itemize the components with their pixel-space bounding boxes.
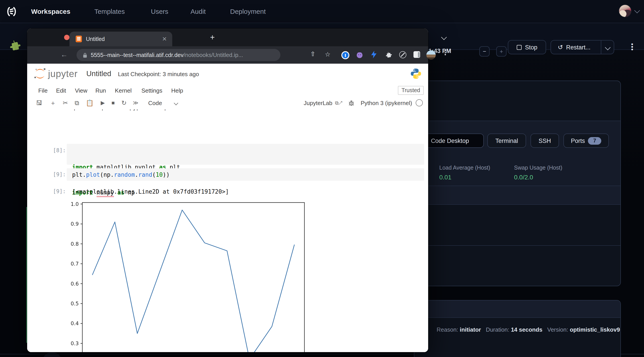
- run-all-icon[interactable]: ≫: [133, 100, 138, 106]
- restart-main[interactable]: ↺ Restart...: [551, 44, 597, 51]
- chevron-down-icon: [604, 44, 610, 50]
- side-panel-icon[interactable]: [414, 51, 420, 58]
- ports-count-badge: 7: [588, 137, 602, 144]
- restart-button[interactable]: ↺ Restart...: [550, 40, 614, 54]
- kebab-menu-icon[interactable]: •••: [629, 43, 636, 51]
- code-desktop-label: Code Desktop: [431, 137, 469, 144]
- cut-cell-icon[interactable]: ✂: [63, 100, 68, 106]
- stat-label: Swap Usage (Host): [514, 165, 562, 171]
- nav-item-deployment[interactable]: Deployment: [230, 8, 266, 15]
- browser-tab[interactable]: Untitled ✕: [70, 32, 172, 46]
- nav-item-workspaces[interactable]: Workspaces: [31, 8, 70, 15]
- ssh-label: SSH: [538, 137, 551, 144]
- external-link-icon: ⧉↗: [335, 100, 342, 105]
- close-window-button[interactable]: [64, 35, 70, 40]
- tab-close-icon[interactable]: ✕: [162, 36, 167, 42]
- extensions-puzzle-icon[interactable]: [385, 51, 392, 58]
- stop-button[interactable]: Stop: [508, 40, 546, 54]
- run-cell-icon[interactable]: ▶: [100, 100, 104, 106]
- workspace-card: [414, 80, 621, 286]
- output-prompt: [9]:: [53, 188, 66, 194]
- menu-edit[interactable]: Edit: [56, 87, 66, 94]
- code-cell-8[interactable]: import matplotlib.pyplot as plt import n…: [67, 144, 424, 165]
- jupyter-wordmark: jupyter: [48, 68, 78, 79]
- stat-load-average: Load Average (Host) 0.01: [439, 165, 490, 181]
- menu-settings[interactable]: Settings: [142, 87, 162, 94]
- kernel-name[interactable]: Python 3 (ipykernel): [361, 100, 412, 106]
- stop-kernel-icon[interactable]: ■: [112, 100, 115, 106]
- duration-label: Duration:: [486, 326, 509, 333]
- back-icon[interactable]: ←: [60, 51, 68, 59]
- python-logo[interactable]: [410, 68, 422, 80]
- reason-label: Reason:: [436, 326, 458, 333]
- stat-swap-usage: Swap Usage (Host) 0.0/2.0: [514, 165, 562, 181]
- output-text: [<matplotlib.lines.Line2D at 0x7fd03f191…: [72, 188, 229, 196]
- coder-logo-icon[interactable]: [6, 6, 18, 17]
- lightning-extension-icon[interactable]: [371, 51, 376, 58]
- reason-value: initiator: [460, 326, 481, 333]
- url-host: 5555--main--test--matifali.atif.cdr.dev: [91, 52, 184, 58]
- zoom-out-button[interactable]: −: [479, 46, 490, 56]
- debugger-bug-icon[interactable]: [349, 100, 354, 106]
- zoom-in-label: +: [500, 48, 503, 55]
- menu-file[interactable]: File: [38, 87, 48, 94]
- zoom-in-button[interactable]: +: [496, 46, 506, 56]
- nav-item-audit[interactable]: Audit: [190, 8, 206, 15]
- stat-value: 0.01: [439, 174, 490, 181]
- jupyterlab-link[interactable]: JupyterLab: [304, 100, 332, 106]
- save-icon[interactable]: 🖫: [36, 100, 42, 106]
- trusted-button[interactable]: Trusted: [398, 86, 424, 95]
- menu-help[interactable]: Help: [171, 87, 183, 94]
- svg-text:0.4: 0.4: [70, 320, 79, 326]
- browser-toolbar: ← → ↻ 5555--main--test--matifali.atif.cd…: [27, 46, 428, 64]
- scrolled-cell-remnant: import matplotlib.pyplot as plt: [67, 110, 298, 112]
- nav-item-templates[interactable]: Templates: [94, 8, 125, 15]
- cell-prompt: [9]:: [53, 172, 66, 178]
- terminal-button[interactable]: Terminal: [487, 134, 526, 148]
- svg-text:0.3: 0.3: [70, 340, 79, 346]
- restart-label: Restart...: [566, 44, 590, 50]
- blocker-extension-icon[interactable]: [399, 51, 406, 58]
- stat-label: Load Average (Host): [439, 165, 490, 171]
- version-label: Version:: [547, 326, 568, 333]
- browser-tab-strip: Untitled ✕ +: [27, 28, 428, 46]
- bookmark-star-icon[interactable]: ☆: [325, 51, 330, 58]
- stop-label: Stop: [525, 44, 538, 50]
- nav-item-users[interactable]: Users: [151, 8, 168, 15]
- svg-text:0.7: 0.7: [70, 261, 79, 267]
- menu-run[interactable]: Run: [96, 87, 106, 94]
- restart-dropdown[interactable]: [601, 40, 614, 54]
- ports-label: Ports: [571, 137, 585, 144]
- github-extension-icon[interactable]: [356, 52, 363, 58]
- add-cell-icon[interactable]: ＋: [50, 100, 56, 106]
- copy-cell-icon[interactable]: ⧉: [74, 100, 79, 106]
- user-avatar[interactable]: [619, 5, 631, 17]
- cell-type-select[interactable]: Code: [148, 100, 162, 106]
- ssh-button[interactable]: SSH: [530, 134, 559, 148]
- address-bar[interactable]: 5555--main--test--matifali.atif.cdr.dev/…: [76, 49, 280, 61]
- jupyter-menubar: File Edit View Run Kernel Settings Help …: [27, 84, 428, 97]
- share-icon[interactable]: ⇧: [310, 50, 315, 58]
- card-divider: [414, 318, 620, 318]
- svg-text:0.9: 0.9: [70, 221, 79, 227]
- jupyter-header: jupyter Untitled Last Checkpoint: 3 minu…: [27, 64, 428, 84]
- browser-menu-kebab-icon[interactable]: •••: [443, 50, 448, 56]
- code-cell-9[interactable]: plt.plot(np.random.rand(10)): [67, 168, 424, 181]
- chevron-down-icon[interactable]: [634, 8, 640, 13]
- build-meta-row: Reason: initiator Duration: 14 seconds V…: [436, 326, 620, 333]
- jupyter-toolbar: 🖫 ＋ ✂ ⧉ 📋 ▶ ■ ↻ ≫ Code JupyterLab ⧉↗ Pyt…: [27, 96, 428, 110]
- menu-view[interactable]: View: [75, 87, 88, 94]
- cell-type-chevron-icon[interactable]: [174, 100, 178, 105]
- svg-text:1.0: 1.0: [70, 201, 79, 207]
- ports-button[interactable]: Ports 7: [564, 134, 609, 148]
- menu-kernel[interactable]: Kernel: [115, 87, 132, 94]
- browser-profile-avatar[interactable]: [426, 50, 436, 60]
- onepassword-extension-icon[interactable]: [341, 51, 349, 59]
- notebook-title[interactable]: Untitled: [86, 70, 111, 78]
- jupyter-favicon: [76, 36, 82, 42]
- restart-kernel-icon[interactable]: ↻: [121, 100, 126, 106]
- card-divider: [414, 204, 620, 205]
- jupyter-logo: [34, 67, 47, 80]
- new-tab-button[interactable]: +: [210, 33, 215, 42]
- paste-cell-icon[interactable]: 📋: [86, 100, 94, 106]
